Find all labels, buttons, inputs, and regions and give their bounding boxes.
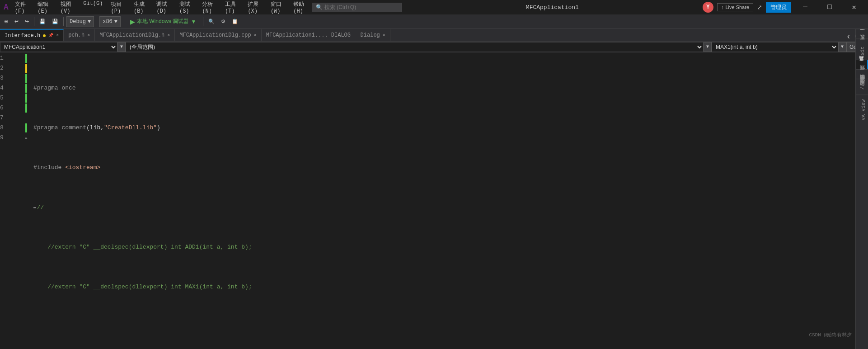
line-num-5: 5 <box>0 93 19 103</box>
code-line-1: #pragma once <box>33 83 862 93</box>
tab-close-interface-h[interactable]: × <box>56 33 59 38</box>
minimize-button[interactable]: ─ <box>795 0 816 14</box>
menu-view[interactable]: 视图(V) <box>57 0 79 15</box>
new-file-button[interactable]: ⊕ <box>2 16 10 27</box>
run-button[interactable]: ▶ 本地 Windows 调试器 ▼ <box>126 16 200 27</box>
live-share-button[interactable]: ↑ Live Share <box>717 3 753 11</box>
tab-label-mfc-dlg-cpp: MFCApplication1Dlg.cpp <box>179 32 251 38</box>
indicator-4 <box>23 83 30 93</box>
code-line-5: //extern "C" __declspec(dllexport) int A… <box>33 242 862 252</box>
collapse-button-4[interactable]: ▬ <box>33 203 36 212</box>
comment-line-5: //extern "C" __declspec(dllexport) int A… <box>33 242 252 252</box>
close-button[interactable]: ✕ <box>844 0 864 14</box>
menu-help[interactable]: 帮助(H) <box>290 0 311 15</box>
indicator-5 <box>23 93 30 103</box>
tab-scroll-left[interactable]: ‹ <box>845 32 853 41</box>
nav-arrow-3[interactable]: ▼ <box>838 42 846 52</box>
vs-logo: A <box>4 3 9 12</box>
tab-mfc-dialog[interactable]: MFCApplication1.... DIALOG – Dialog × <box>262 29 390 41</box>
expand-icon: ⤢ <box>757 4 762 11</box>
menu-extensions[interactable]: 扩展(X) <box>244 0 266 15</box>
pragma-keyword-1: #pragma <box>33 83 61 93</box>
platform-arrow: ▼ <box>114 19 117 25</box>
toolbar-extra-3[interactable]: 📋 <box>230 16 240 27</box>
toolbar-extra-1[interactable]: 🔍 <box>206 16 217 27</box>
line-num-7: 7 <box>0 113 19 123</box>
indicator-6 <box>23 103 30 113</box>
comment-line-6: //extern "C" __declspec(dllexport) int M… <box>33 282 252 292</box>
debug-config-dropdown[interactable]: Debug ▼ <box>66 16 94 27</box>
change-indicators: ✏ <box>23 52 30 349</box>
run-icon: ▶ <box>130 18 135 25</box>
tab-close-mfc-dlg-h[interactable]: × <box>167 33 170 38</box>
sidebar-tab-image-editor[interactable]: 图片/图像/图标编辑器 <box>856 79 868 94</box>
search-input[interactable] <box>324 4 397 10</box>
tab-pin-interface-h: 📌 <box>48 33 53 38</box>
line-num-4: 4 <box>0 83 19 93</box>
indicator-1 <box>23 53 30 63</box>
indicator-2 <box>23 63 30 73</box>
menu-test[interactable]: 测试(S) <box>176 0 197 15</box>
right-sidebar: 解决方案资源管理器 Git 更改 工具箱 属性 图片/图像/图标编辑器 VA V… <box>855 52 868 349</box>
redo-button[interactable]: ↪ <box>23 16 31 27</box>
title-right-area: Y ↑ Live Share ⤢ 管理员 ─ □ ✕ <box>703 0 864 14</box>
sidebar-tab-va-view[interactable]: VA View <box>856 94 868 125</box>
nav-arrow-1[interactable]: ▼ <box>117 42 126 52</box>
tab-mfc-dlg-cpp[interactable]: MFCApplication1Dlg.cpp × <box>175 29 261 41</box>
tab-pch-h[interactable]: pch.h × <box>64 29 95 41</box>
undo-button[interactable]: ↩ <box>12 16 21 27</box>
code-editor[interactable]: #pragma once #pragma comment(lib,"Create… <box>30 52 862 349</box>
pragma-comment-2: comment <box>61 123 86 133</box>
navigation-bar: MFCApplication1 ▼ (全局范围) ▼ MAX1(int a, i… <box>0 42 868 52</box>
tab-close-mfc-dlg-cpp[interactable]: × <box>254 33 257 38</box>
dropdown-arrow: ▼ <box>88 19 91 25</box>
maximize-button[interactable]: □ <box>819 0 840 14</box>
sidebar-tab-toolbox[interactable]: 工具箱 <box>856 60 868 69</box>
menu-debug[interactable]: 调试(D) <box>153 0 174 15</box>
menu-edit[interactable]: 编辑(E) <box>34 0 56 15</box>
watermark: CSDN @始终有林夕 <box>809 331 852 338</box>
search-icon: 🔍 <box>316 4 323 11</box>
menu-build[interactable]: 生成(B) <box>130 0 152 15</box>
line-num-3: 3 <box>0 73 19 83</box>
indicator-9: ✏ <box>23 133 30 143</box>
menu-tools[interactable]: 工具(T) <box>221 0 243 15</box>
tab-close-pch-h[interactable]: × <box>87 33 90 38</box>
save-button[interactable]: 💾 <box>37 16 48 27</box>
toolbar-extra-2[interactable]: ⚙ <box>219 16 228 27</box>
indicator-7 <box>23 113 30 123</box>
menu-window[interactable]: 窗口(W) <box>267 0 289 15</box>
project-selector[interactable]: MFCApplication1 <box>0 42 117 52</box>
tab-interface-h[interactable]: Interface.h 📌 × <box>0 29 64 41</box>
comment-line-4: // <box>37 203 44 212</box>
sidebar-tab-git-changes[interactable]: Git 更改 <box>856 52 868 60</box>
tab-label-mfc-dlg-h: MFCApplication1Dlg.h <box>99 32 164 38</box>
admin-button[interactable]: 管理员 <box>766 2 791 13</box>
menu-file[interactable]: 文件(F) <box>11 0 33 15</box>
menu-project[interactable]: 项目(P) <box>107 0 129 15</box>
sidebar-tab-properties[interactable]: 属性 <box>856 69 868 79</box>
line-num-2: 2 <box>0 63 19 73</box>
save-all-button[interactable]: 💾 <box>50 16 61 27</box>
scope-selector[interactable]: (全局范围) <box>126 42 704 52</box>
toolbar: ⊕ ↩ ↪ 💾 💾 Debug ▼ x86 ▼ ▶ 本地 Windows 调试器… <box>0 14 868 29</box>
symbol-selector[interactable]: MAX1(int a, int b) <box>712 42 838 52</box>
line-numbers: 1 2 3 4 5 6 7 8 9 <box>0 52 23 349</box>
indicator-3 <box>23 73 30 83</box>
line-num-1: 1 <box>0 53 19 63</box>
editor-tabs: Interface.h 📌 × pch.h × MFCApplication1D… <box>0 29 868 42</box>
tab-mfc-dlg-h[interactable]: MFCApplication1Dlg.h × <box>95 29 175 41</box>
separator-3 <box>203 17 203 26</box>
search-box[interactable]: 🔍 <box>312 3 402 12</box>
code-line-7 <box>33 322 862 332</box>
editor-area: 1 2 3 4 5 6 7 8 9 ✏ #pragma once #pragma… <box>0 52 868 349</box>
menu-git[interactable]: Git(G) <box>80 0 106 15</box>
line-num-9: 9 <box>0 133 19 143</box>
tab-close-mfc-dialog[interactable]: × <box>383 33 385 38</box>
nav-arrow-2[interactable]: ▼ <box>704 42 712 52</box>
code-line-6: //extern "C" __declspec(dllexport) int M… <box>33 282 862 292</box>
string-createdll: "CreateDll.lib" <box>104 123 157 133</box>
menu-analyze[interactable]: 分析(N) <box>198 0 220 15</box>
platform-dropdown[interactable]: x86 ▼ <box>99 16 121 27</box>
pragma-once-1: once <box>61 83 75 93</box>
